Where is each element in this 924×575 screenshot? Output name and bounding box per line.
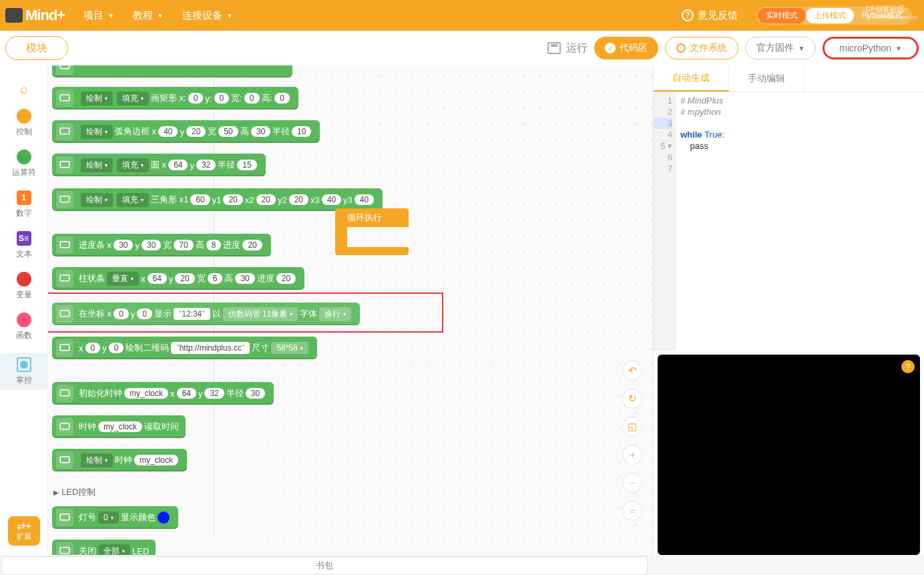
display-icon (56, 123, 73, 140)
block-partial-top[interactable] (52, 65, 292, 77)
logo-text: Mind+ (25, 7, 65, 24)
block-led-color[interactable]: 灯号 0▾ 显示颜色 (52, 506, 178, 529)
svg-rect-4 (60, 196, 69, 202)
firmware-dropdown[interactable]: 官方固件▼ (745, 37, 816, 59)
file-system-toggle[interactable]: 文件系统 (665, 37, 738, 59)
svg-rect-8 (60, 345, 69, 351)
svg-rect-3 (60, 162, 69, 168)
block-triangle[interactable]: 绘制▾ 填充▾ 三角形 x160 y120 x220 y220 x340 y34… (52, 188, 383, 211)
display-icon (56, 65, 73, 75)
menu-bar: Mind+ 项目▼ 教程▼ 连接设备▼ ? 意见反馈 实时模式 上传模式 Pyt… (0, 0, 924, 31)
cat-control[interactable]: 控制 (0, 109, 47, 138)
watermark: DF创客社区mc.DFRobot.com.cn (865, 4, 917, 20)
menu-connect[interactable]: 连接设备▼ (173, 0, 242, 31)
svg-rect-5 (60, 242, 69, 248)
menu-tutorial[interactable]: 教程▼ (124, 0, 173, 31)
terminal[interactable]: ? (658, 355, 920, 555)
dd-fill: 填充▾ (117, 91, 149, 106)
check-icon: ✓ (605, 43, 616, 53)
led-section-header[interactable]: ▶LED控制 (53, 486, 95, 498)
svg-rect-12 (60, 514, 69, 520)
chip-icon (17, 357, 31, 372)
zoom-reset-button[interactable]: ＝ (622, 501, 642, 521)
caret-down-icon: ▼ (157, 12, 164, 19)
display-icon (56, 339, 73, 357)
display-icon (56, 509, 73, 526)
zoom-out-button[interactable]: － (622, 473, 642, 493)
extensions-button[interactable]: ⇄+扩展 (8, 516, 40, 546)
svg-rect-13 (60, 548, 69, 554)
help-button[interactable]: ? (901, 360, 915, 373)
display-icon (56, 89, 73, 107)
svg-rect-1 (60, 95, 69, 101)
cat-board[interactable]: 掌控 (0, 353, 47, 390)
block-clock-read[interactable]: 时钟my_clock 读取时间 (52, 415, 186, 438)
code-panel: 自动生成 手动编辑 12345 ▾67 # MindPlus # mpython… (653, 65, 924, 555)
mode-upload[interactable]: 上传模式 (806, 8, 854, 23)
canvas-tools: ↶ ↻ ◱ ＋ － ＝ (622, 361, 642, 521)
block-init-clock[interactable]: 初始化时钟my_clock x64 y32 半径30 (52, 382, 274, 405)
caret-down-icon: ▼ (226, 12, 233, 19)
run-button[interactable]: 运行 (547, 41, 588, 55)
caret-down-icon: ▼ (107, 12, 114, 19)
cat-number[interactable]: 1数字 (0, 190, 47, 219)
backpack-bar[interactable]: 书包 (1, 556, 648, 575)
code-editor[interactable]: 12345 ▾67 # MindPlus # mpython while Tru… (654, 92, 924, 351)
cat-variables[interactable]: 变量 (0, 272, 47, 301)
redo-button[interactable]: ↻ (622, 389, 642, 409)
cat-text[interactable]: S≡文本 (0, 231, 47, 260)
zoom-in-button[interactable]: ＋ (622, 445, 642, 465)
language-dropdown[interactable]: microPython▼ (823, 37, 919, 59)
display-icon (56, 385, 73, 402)
circle-icon (676, 43, 686, 53)
display-icon (56, 156, 73, 174)
svg-rect-11 (60, 457, 69, 463)
expand-icon: ▶ (53, 489, 59, 496)
svg-rect-0 (60, 65, 69, 69)
svg-rect-10 (60, 423, 69, 429)
block-canvas[interactable]: 绘制▾ 填充▾ 画矩形 x:0 y:0 宽:0 高:0 绘制▾ 弧角边框 x40… (48, 65, 653, 555)
block-round-rect[interactable]: 绘制▾ 弧角边框 x40 y20 宽50 高30 半径10 (52, 120, 320, 143)
color-swatch[interactable] (158, 512, 170, 524)
feedback-button[interactable]: ? 意见反馈 (670, 9, 750, 22)
crop-button[interactable]: ◱ (622, 417, 642, 437)
svg-rect-2 (60, 128, 69, 134)
cat-functions[interactable]: 函数 (0, 313, 47, 341)
category-column: ⌕ 控制 运算符 1数字 S≡文本 变量 函数 掌控 ⇄+扩展 (0, 65, 48, 555)
mode-realtime[interactable]: 实时模式 (758, 8, 806, 23)
app-logo: Mind+ (5, 7, 65, 24)
blocks-button[interactable]: 模块 (5, 36, 68, 60)
tab-manual-edit[interactable]: 手动编辑 (729, 65, 804, 91)
block-display-text[interactable]: 在坐标 x0 y0 显示 "12:34" 以 仿数码管 11像素▾ 字体 换行▾ (52, 303, 360, 325)
block-led-off[interactable]: 关闭 全部▾ LED (52, 540, 156, 555)
block-bar[interactable]: 柱状条 垂直▾ x64 y20 宽6 高30 进度20 (52, 267, 304, 290)
code-tabs: 自动生成 手动编辑 (654, 65, 924, 92)
caret-down-icon: ▼ (895, 45, 902, 52)
svg-rect-9 (60, 390, 69, 396)
code-area-toggle[interactable]: ✓代码区 (594, 37, 658, 59)
display-icon (56, 191, 73, 208)
block-circle[interactable]: 绘制▾ 填充▾ 圆 x64 y32 半径15 (52, 154, 266, 176)
plus-icon: ⇄+ (17, 521, 31, 532)
undo-button[interactable]: ↶ (622, 361, 642, 381)
svg-rect-7 (60, 311, 69, 317)
display-icon (56, 542, 73, 555)
logo-icon (5, 8, 23, 23)
block-loop[interactable]: 循环执行 (335, 208, 409, 255)
save-icon (547, 42, 561, 54)
search-button[interactable]: ⌕ (0, 81, 47, 97)
block-draw-rect[interactable]: 绘制▾ 填充▾ 画矩形 x:0 y:0 宽:0 高:0 (52, 87, 298, 110)
search-icon: ⌕ (0, 81, 47, 97)
block-draw-clock[interactable]: 绘制▾ 时钟my_clock (52, 449, 187, 471)
block-progress[interactable]: 进度条 x30 y30 宽70 高8 进度20 (52, 234, 271, 256)
menu-project[interactable]: 项目▼ (74, 0, 124, 31)
display-icon (56, 270, 73, 287)
display-icon (56, 305, 73, 323)
tab-auto-generate[interactable]: 自动生成 (654, 65, 729, 91)
cat-operators[interactable]: 运算符 (0, 150, 47, 178)
block-qr[interactable]: x0 y0 绘制二维码 "http://mindplus.cc" 尺寸 58*5… (52, 337, 317, 359)
display-icon (56, 451, 73, 469)
svg-rect-6 (60, 275, 69, 281)
display-icon (56, 418, 73, 435)
toolbar: 模块 运行 ✓代码区 文件系统 官方固件▼ microPython▼ (0, 31, 924, 65)
